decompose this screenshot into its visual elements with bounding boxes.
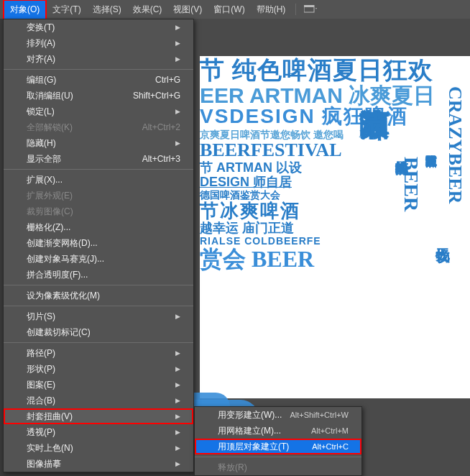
menu-item-label: 隐藏(H) (27, 137, 56, 150)
submenu-arrow-icon: ▶ (175, 444, 180, 452)
art-line: 节 ARTMAN 以设 (200, 161, 470, 174)
menu-item-label: 封套扭曲(V) (27, 411, 73, 423)
menu-separator (4, 285, 193, 285)
artwork-text-collage: 节 纯色啤酒夏日狂欢 EER ARTMAN 冰爽夏日 VSDESIGN 疯狂啤酒… (200, 56, 470, 398)
menu-item[interactable]: 扩展(X)... (4, 172, 193, 188)
submenu-arrow-icon: ▶ (175, 429, 180, 436)
menu-item[interactable]: 混合(B)▶ (4, 393, 193, 408)
menu-item[interactable]: 取消编组(U)Shift+Ctrl+G (4, 88, 193, 104)
menu-item[interactable]: 封套扭曲(V)▶ (4, 408, 193, 424)
menu-item-label: 拼合透明度(F)... (27, 269, 88, 281)
menu-item[interactable]: 排列(A)▶ (4, 35, 193, 51)
menu-item[interactable]: 创建渐变网格(D)... (4, 235, 193, 251)
menu-item[interactable]: 创建裁切标记(C) (4, 324, 193, 340)
menu-item-label: 设为像素级优化(M) (27, 290, 100, 302)
art-line: EER ARTMAN 冰爽夏日 (200, 85, 470, 106)
menu-item[interactable]: 透视(P)▶ (4, 424, 193, 440)
artboard[interactable]: 节 纯色啤酒夏日狂欢 EER ARTMAN 冰爽夏日 VSDESIGN 疯狂啤酒… (200, 56, 470, 398)
submenu-item-shortcut: Alt+Ctrl+M (311, 426, 349, 435)
submenu-arrow-icon: ▶ (175, 55, 180, 63)
submenu-arrow-icon: ▶ (175, 108, 180, 115)
submenu-item-label: 用顶层对象建立(T) (218, 441, 289, 453)
svg-rect-1 (304, 5, 314, 7)
menu-item-label: 创建渐变网格(D)... (27, 237, 98, 250)
menu-item[interactable]: 图像描摹▶ (4, 456, 193, 472)
menu-item[interactable]: 设为像素级优化(M) (4, 288, 193, 303)
art-line: VSDESIGN 疯狂啤酒 (200, 106, 470, 127)
art-line: BEERFESTIVAL (200, 141, 470, 160)
menu-item[interactable]: 显示全部Alt+Ctrl+3 (4, 151, 193, 167)
submenu-item[interactable]: 用网格建立(M)...Alt+Ctrl+M (195, 423, 361, 439)
menu-text[interactable]: 文字(T) (47, 1, 86, 19)
menu-item: 扩展外观(E) (4, 188, 193, 203)
submenu-item: 释放(R) (195, 459, 361, 475)
menubar-separator (295, 4, 296, 15)
submenu-item-shortcut: Alt+Ctrl+C (312, 442, 349, 451)
art-vert: CRAZYBEER (446, 86, 464, 203)
menu-item-label: 扩展外观(E) (27, 190, 73, 202)
menu-item[interactable]: 对齐(A)▶ (4, 51, 193, 67)
submenu-item-label: 释放(R) (218, 462, 247, 474)
menu-item-shortcut: Ctrl+G (155, 75, 180, 85)
menu-item-label: 透视(P) (27, 426, 55, 439)
art-line: DESIGN 师自居 (200, 175, 470, 188)
workspace-picker-icon[interactable] (303, 4, 318, 14)
menu-item: 裁剪图像(C) (4, 203, 193, 219)
menu-window[interactable]: 窗口(W) (208, 1, 250, 19)
menu-item[interactable]: 编组(G)Ctrl+G (4, 72, 193, 88)
menu-effect[interactable]: 效果(C) (127, 1, 168, 19)
menu-select[interactable]: 选择(S) (87, 1, 127, 19)
menu-item-label: 裁剪图像(C) (27, 206, 73, 218)
submenu-item[interactable]: 用顶层对象建立(T)Alt+Ctrl+C (195, 439, 361, 454)
envelope-distort-submenu: 用变形建立(W)...Alt+Shift+Ctrl+W用网格建立(M)...Al… (194, 406, 362, 476)
menu-item-shortcut: Shift+Ctrl+G (133, 91, 180, 101)
menu-item[interactable]: 创建对象马赛克(J)... (4, 251, 193, 267)
menu-item[interactable]: 实时上色(N)▶ (4, 440, 193, 456)
menu-item[interactable]: 图案(E)▶ (4, 377, 193, 393)
object-menu-dropdown: 变换(T)▶排列(A)▶对齐(A)▶编组(G)Ctrl+G取消编组(U)Shif… (3, 19, 194, 472)
submenu-item[interactable]: 用变形建立(W)...Alt+Shift+Ctrl+W (195, 407, 361, 423)
menu-item[interactable]: 切片(S)▶ (4, 308, 193, 324)
submenu-arrow-icon: ▶ (175, 349, 180, 357)
submenu-arrow-icon: ▶ (175, 313, 180, 320)
menu-item-shortcut: Alt+Ctrl+2 (142, 122, 180, 132)
menu-item-label: 实时上色(N) (27, 442, 73, 454)
menu-item[interactable]: 栅格化(Z)... (4, 219, 193, 235)
menu-item-label: 取消编组(U) (27, 90, 73, 102)
menu-item-label: 图案(E) (27, 379, 55, 391)
menu-item[interactable]: 变换(T)▶ (4, 19, 193, 35)
submenu-item-label: 用网格建立(M)... (218, 425, 281, 437)
menu-item-label: 排列(A) (27, 37, 55, 50)
submenu-item-label: 用变形建立(W)... (218, 409, 282, 421)
menu-item-shortcut: Alt+Ctrl+3 (142, 154, 180, 164)
art-line: 节 纯色啤酒夏日狂欢 (200, 58, 470, 82)
submenu-arrow-icon: ▶ (175, 24, 180, 31)
menu-item[interactable]: 拼合透明度(F)... (4, 267, 193, 283)
submenu-arrow-icon: ▶ (175, 365, 180, 372)
submenu-arrow-icon: ▶ (175, 413, 180, 420)
menu-item[interactable]: 隐藏(H)▶ (4, 135, 193, 151)
menu-item-label: 变换(T) (27, 22, 55, 34)
art-line: 节冰爽啤酒 (200, 201, 470, 220)
menu-separator (195, 457, 361, 457)
menu-item-label: 编组(G) (27, 74, 56, 86)
menu-item-label: 创建裁切标记(C) (27, 326, 91, 339)
art-line: 京爽夏日啤酒节邀您畅饮 邀您喝 (200, 129, 470, 139)
menu-object[interactable]: 对象(O) (3, 0, 47, 20)
menu-item-label: 切片(S) (27, 311, 55, 323)
menu-item-label: 扩展(X)... (27, 174, 63, 186)
menu-separator (4, 69, 193, 70)
menu-item[interactable]: 形状(P)▶ (4, 361, 193, 377)
menubar: 对象(O) 文字(T) 选择(S) 效果(C) 视图(V) 窗口(W) 帮助(H… (0, 0, 470, 19)
menu-view[interactable]: 视图(V) (167, 1, 208, 19)
art-line: 德国啤酒鉴赏大会 (200, 190, 470, 200)
menu-item[interactable]: 路径(P)▶ (4, 345, 193, 361)
menu-separator (4, 306, 193, 306)
menu-item[interactable]: 锁定(L)▶ (4, 104, 193, 119)
menu-item: 全部解锁(K)Alt+Ctrl+2 (4, 119, 193, 135)
menu-item-label: 锁定(L) (27, 106, 55, 118)
menu-help[interactable]: 帮助(H) (251, 1, 292, 19)
menu-item-label: 形状(P) (27, 363, 55, 375)
menu-item-label: 路径(P) (27, 347, 55, 360)
menu-item-label: 全部解锁(K) (27, 122, 73, 134)
